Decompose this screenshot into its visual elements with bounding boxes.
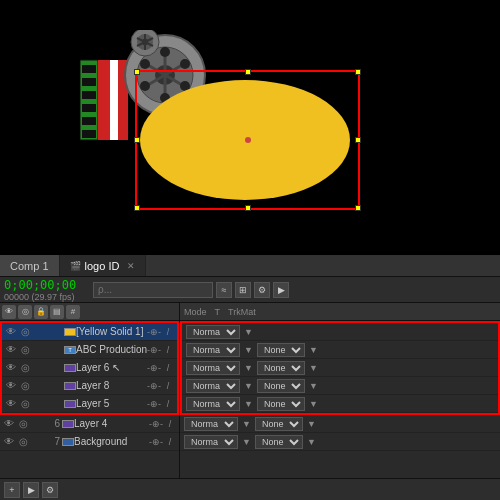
layer-controls: 👁 ◎ 🔒 ▤ # 👁 ◎ [Yellow Solid 1] -⊕- / [0,303,180,478]
mode-dropdown-5[interactable]: Norma [186,397,240,411]
solo-icon-7[interactable]: ◎ [16,435,30,449]
eye-icon-3[interactable]: 👁 [4,361,18,375]
eye-icon-6[interactable]: 👁 [2,417,16,431]
trkmat-dropdown-6[interactable]: None [255,417,303,431]
layer-name-6: Layer 4 [74,418,149,429]
lock-icon-6[interactable] [30,417,44,431]
render-queue-btn[interactable]: ▶ [23,482,39,498]
handle-br[interactable] [355,205,361,211]
layer-row-1[interactable]: 👁 ◎ [Yellow Solid 1] -⊕- / [2,323,177,341]
handle-bl[interactable] [134,205,140,211]
switch-1b[interactable]: / [161,325,175,339]
switch-1a[interactable]: -⊕- [147,325,161,339]
switch-2b[interactable]: / [161,343,175,357]
search-input[interactable] [93,282,213,298]
eye-icon-4[interactable]: 👁 [4,379,18,393]
graph-editor-btn[interactable]: ≈ [216,282,232,298]
lock-icon-7[interactable] [30,435,44,449]
svg-rect-5 [82,117,96,125]
eye-icon-7[interactable]: 👁 [2,435,16,449]
lock-icon-4[interactable] [32,379,46,393]
layer-row-6[interactable]: 👁 ◎ 6 Layer 4 -⊕- / [0,415,179,433]
trkmat-dropdown-4[interactable]: None [257,379,305,393]
t-col-6: ▼ [242,419,251,429]
svg-rect-6 [82,130,96,138]
tab-logo-id[interactable]: 🎬 logo ID ✕ [60,255,147,276]
switch-3b[interactable]: / [161,361,175,375]
ctrl-num-icon[interactable]: # [66,305,80,319]
switch-5a[interactable]: -⊕- [147,397,161,411]
layer-row-5[interactable]: 👁 ◎ Layer 5 -⊕- / [2,395,177,413]
trk-arrow-5: ▼ [309,399,318,409]
solo-icon-3[interactable]: ◎ [18,361,32,375]
solo-icon-5[interactable]: ◎ [18,397,32,411]
switch-4b[interactable]: / [161,379,175,393]
trkmat-dropdown-5[interactable]: None [257,397,305,411]
mode-dropdown-7[interactable]: Norma [184,435,238,449]
mode-header: Mode [180,307,211,317]
lock-icon-5[interactable] [32,397,46,411]
solo-icon-1[interactable]: ◎ [18,325,32,339]
ctrl-solo-icon[interactable]: ◎ [18,305,32,319]
layer-name-3: Layer 6 ↖ [76,362,147,373]
solo-icon-6[interactable]: ◎ [16,417,30,431]
layer-timeline: Mode T TrkMat Norma ▼ Norma ▼ [180,303,500,478]
solo-icon-4[interactable]: ◎ [18,379,32,393]
handle-tl[interactable] [134,69,140,75]
handle-mr[interactable] [355,137,361,143]
mode-dropdown-4[interactable]: Norma [186,379,240,393]
render-btn[interactable]: ▶ [273,282,289,298]
switch-7a[interactable]: -⊕- [149,435,163,449]
switch-2a[interactable]: -⊕- [147,343,161,357]
layer-icon-4 [64,382,76,390]
layer-name-4: Layer 8 [76,380,147,391]
mode-dropdown-1[interactable]: Norma [186,325,240,339]
layer-icon-2: T [64,346,76,354]
trkmat-dropdown-7[interactable]: None [255,435,303,449]
layer-name-2: ABC Productions [76,344,147,355]
ctrl-eye-icon[interactable]: 👁 [2,305,16,319]
handle-tr[interactable] [355,69,361,75]
svg-point-18 [140,59,150,69]
mode-dropdown-2[interactable]: Norma [186,343,240,357]
switch-6a[interactable]: -⊕- [149,417,163,431]
ctrl-label-icon[interactable]: ▤ [50,305,64,319]
handle-ml[interactable] [134,137,140,143]
tab-comp1[interactable]: Comp 1 [0,255,60,276]
switch-5b[interactable]: / [161,397,175,411]
ctrl-lock-icon[interactable]: 🔒 [34,305,48,319]
layer-row-7[interactable]: 👁 ◎ 7 Background -⊕- / [0,433,179,451]
eye-icon-2[interactable]: 👁 [4,343,18,357]
settings-btn[interactable]: ⚙ [254,282,270,298]
solo-icon-2[interactable]: ◎ [18,343,32,357]
layer-row-3[interactable]: 👁 ◎ Layer 6 ↖ -⊕- / [2,359,177,377]
switch-3a[interactable]: -⊕- [147,361,161,375]
mode-dropdown-3[interactable]: Norma [186,361,240,375]
t-col-2: ▼ [244,345,253,355]
switch-6b[interactable]: / [163,417,177,431]
lock-icon-2[interactable] [32,343,46,357]
handle-tm[interactable] [245,69,251,75]
layer-row-4[interactable]: 👁 ◎ Layer 8 -⊕- / [2,377,177,395]
mode-dropdown-6[interactable]: Norma [184,417,238,431]
preview-area [0,0,500,255]
lock-icon-3[interactable] [32,361,46,375]
tab-close-icon[interactable]: ✕ [127,261,135,271]
lock-icon-1[interactable] [32,325,46,339]
tab-logo-id-label: logo ID [85,260,120,272]
flow-btn[interactable]: ⊞ [235,282,251,298]
handle-bm[interactable] [245,205,251,211]
trkmat-dropdown-3[interactable]: None [257,361,305,375]
trkmat-dropdown-2[interactable]: None [257,343,305,357]
switch-7b[interactable]: / [163,435,177,449]
add-layer-btn[interactable]: + [4,482,20,498]
layer-list: 👁 ◎ 🔒 ▤ # 👁 ◎ [Yellow Solid 1] -⊕- / [0,303,500,478]
trk-arrow-7: ▼ [307,437,316,447]
layer-icon-7 [62,438,74,446]
eye-icon-1[interactable]: 👁 [4,325,18,339]
switch-4a[interactable]: -⊕- [147,379,161,393]
layer-row-2[interactable]: 👁 ◎ T ABC Productions -⊕- / [2,341,177,359]
render-settings-btn[interactable]: ⚙ [42,482,58,498]
tab-comp1-label: Comp 1 [10,260,49,272]
eye-icon-5[interactable]: 👁 [4,397,18,411]
